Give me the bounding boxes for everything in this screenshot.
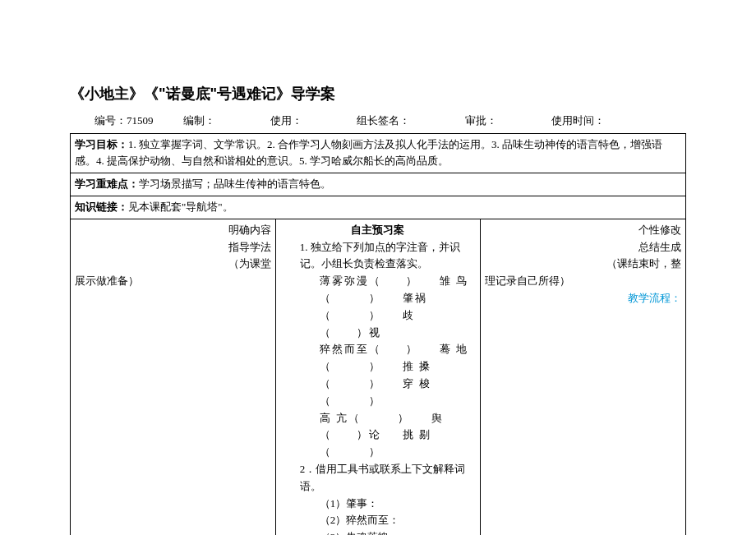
focus-text: 学习场景描写；品味生传神的语言特色。	[139, 178, 331, 190]
right-line4: 理记录自己所得）	[485, 273, 681, 290]
document-title: 《小地主》《"诺曼底"号遇难记》导学案	[70, 82, 686, 106]
goals-label: 学习目标：	[75, 138, 128, 150]
focus-label: 学习重难点：	[75, 178, 139, 190]
knowledge-text: 见本课配套"导航塔"。	[128, 201, 233, 213]
goals-text: 1. 独立掌握字词、文学常识。2. 合作学习人物刻画方法及拟人化手法的运用。3.…	[75, 138, 662, 168]
preview-line1: 1. 独立给下列加点的字注音，并识记。小组长负责检查落实。	[280, 239, 477, 274]
preview-line7: （2）猝然而至：	[280, 512, 477, 529]
right-line1: 个性修改	[485, 222, 681, 239]
leader-label: 组长签名：	[357, 114, 410, 127]
preview-line3: 猝然而至（ ） 蓦 地（ ） 推 搡（ ） 穿 梭（ ）	[280, 341, 477, 409]
left-line4: 展示做准备）	[75, 273, 271, 290]
author-label: 编制：	[183, 114, 215, 127]
left-line3: （为课堂	[75, 256, 271, 273]
right-line5: 教学流程：	[485, 290, 681, 307]
preview-line8: （3）失魂落魄：	[280, 529, 477, 535]
right-line2: 总结生成	[485, 239, 681, 256]
preview-line2: 薄雾弥漫（ ） 雏 鸟（ ） 肇祸（ ） 歧 （ ）视	[280, 273, 477, 341]
preview-line6: （1）肇事：	[280, 496, 477, 513]
time-label: 使用时间：	[551, 114, 605, 127]
use-label: 使用：	[270, 114, 302, 127]
number-label: 编号：	[94, 114, 127, 127]
main-table: 学习目标：1. 独立掌握字词、文学常识。2. 合作学习人物刻画方法及拟人化手法的…	[70, 133, 686, 535]
preview-line4: 高 亢（ ） 舆 （ ）论 挑 剔（ ）	[280, 410, 477, 461]
section1-left: 明确内容 指导学法 （为课堂 展示做准备）	[71, 219, 276, 535]
right-line3: （课结束时，整	[485, 256, 681, 273]
knowledge-row: 知识链接：见本课配套"导航塔"。	[71, 196, 686, 219]
focus-row: 学习重难点：学习场景描写；品味生传神的语言特色。	[71, 173, 686, 196]
preview-title: 自主预习案	[280, 222, 477, 239]
left-line2: 指导学法	[75, 239, 271, 256]
section1-center: 自主预习案 1. 独立给下列加点的字注音，并识记。小组长负责检查落实。 薄雾弥漫…	[275, 219, 481, 535]
header-line: 编号：71509 编制： 使用： 组长签名： 审批： 使用时间：	[70, 113, 686, 130]
knowledge-label: 知识链接：	[75, 201, 128, 213]
goals-row: 学习目标：1. 独立掌握字词、文学常识。2. 合作学习人物刻画方法及拟人化手法的…	[71, 133, 686, 173]
section1-right: 个性修改 总结生成 （课结束时，整 理记录自己所得） 教学流程：	[481, 219, 686, 535]
approve-label: 审批：	[465, 114, 497, 127]
left-line1: 明确内容	[75, 222, 271, 239]
number-value: 71509	[127, 114, 154, 127]
preview-line5: 2．借用工具书或联系上下文解释词语。	[280, 461, 477, 496]
